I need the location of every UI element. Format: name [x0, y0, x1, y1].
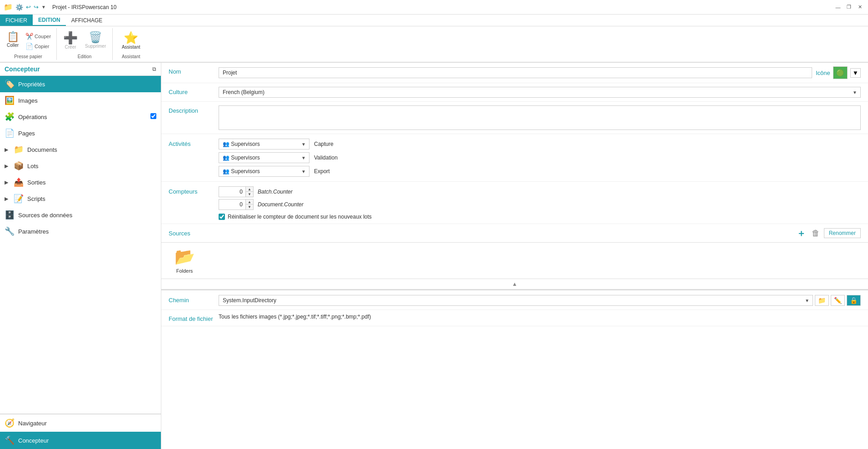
document-counter-input[interactable] — [219, 199, 246, 210]
sidebar-item-lots[interactable]: ▶ 📦 Lots — [0, 158, 161, 174]
create-icon: ➕ — [63, 32, 78, 44]
title-bar-controls: — ❐ ✕ — [833, 3, 864, 12]
main-content-wrapper: Nom Icône 🟢 ▼ Culture — [161, 63, 868, 449]
culture-select[interactable]: French (Belgium) French (France) English… — [219, 87, 861, 98]
sources-rename-button[interactable]: Renommer — [824, 228, 861, 238]
scripts-chevron: ▶ — [5, 196, 10, 202]
counter-input-wrapper-document: ▲ ▼ — [219, 199, 255, 210]
description-label: Description — [169, 105, 219, 114]
sidebar-bottom: 🧭 Navigateur 🔨 Concepteur — [0, 414, 161, 449]
sidebar-collapse-button[interactable]: ⧉ — [152, 66, 156, 72]
ribbon-assistant-content: ⭐ Assistant — [119, 28, 143, 53]
format-value: Tous les fichiers images (*.jpg;*.jpeg;*… — [219, 314, 371, 320]
document-counter-spinners: ▲ ▼ — [246, 199, 254, 210]
close-button[interactable]: ✕ — [855, 3, 864, 12]
sources-actions: ＋ 🗑 Renommer — [795, 228, 861, 239]
redo-icon[interactable]: ↪ — [34, 4, 39, 10]
activity-select-capture[interactable]: 👥 Supervisors 👷 Operators — [219, 139, 309, 150]
couper-button[interactable]: ✂️ Couper — [24, 32, 53, 41]
sidebar-item-documents[interactable]: ▶ 📁 Documents — [0, 141, 161, 158]
up-arrow-icon: ▲ — [512, 281, 518, 287]
sources-delete-button[interactable]: 🗑 — [809, 228, 822, 239]
icone-label: Icône — [816, 70, 830, 76]
icone-dropdown-button[interactable]: ▼ — [850, 68, 861, 78]
operations-checkbox[interactable] — [150, 113, 156, 120]
assistant-group-label: Assistant — [122, 53, 140, 60]
counter-row-batch: ▲ ▼ Batch.Counter — [219, 186, 861, 197]
form-row-compteurs: Compteurs ▲ ▼ Batch.Cou — [161, 182, 868, 224]
sources-header: Sources ＋ 🗑 Renommer — [161, 224, 868, 243]
nom-control-area: Icône 🟢 ▼ — [219, 66, 861, 79]
supprimer-button[interactable]: 🗑️ Supprimer — [82, 30, 109, 50]
documents-icon: 📁 — [14, 145, 24, 155]
icone-button[interactable]: 🟢 — [833, 66, 848, 79]
sources-donnees-icon: 🗄️ — [5, 210, 15, 220]
copier-label: Copier — [35, 44, 49, 49]
title-bar-left: 📁 ⚙️ ↩ ↪ ▼ Projet - IRISPowerscan 10 — [4, 3, 116, 11]
sidebar-item-images[interactable]: 🖼️ Images — [0, 92, 161, 109]
proprietes-label: Propriétés — [18, 81, 45, 88]
sidebar-item-operations[interactable]: 🧩 Opérations — [0, 109, 161, 125]
sources-add-button[interactable]: ＋ — [795, 228, 808, 239]
compteurs-label: Compteurs — [169, 186, 219, 195]
activity-row-validation: 👥 Supervisors 👷 Operators Validation — [219, 152, 861, 163]
menu-affichage[interactable]: AFFICHAGE — [66, 15, 108, 26]
document-counter-up[interactable]: ▲ — [246, 200, 253, 205]
ribbon-edition-content: ➕ Créer 🗑️ Supprimer — [60, 28, 109, 53]
sidebar-item-sorties[interactable]: ▶ 📤 Sorties — [0, 174, 161, 190]
activity-select-validation[interactable]: 👥 Supervisors 👷 Operators — [219, 152, 309, 163]
coller-button[interactable]: 📋 Coller — [4, 30, 22, 50]
sidebar-bottom-navigateur[interactable]: 🧭 Navigateur — [0, 414, 161, 432]
sidebar-item-pages[interactable]: 📄 Pages — [0, 125, 161, 141]
nom-label: Nom — [169, 66, 219, 75]
creer-button[interactable]: ➕ Créer — [60, 30, 80, 51]
navigateur-icon: 🧭 — [5, 418, 15, 428]
edition-group-label: Edition — [78, 53, 92, 60]
assistant-button[interactable]: ⭐ Assistant — [119, 30, 143, 51]
batch-counter-down[interactable]: ▼ — [246, 192, 253, 197]
undo-icon[interactable]: ↩ — [26, 4, 31, 10]
chemin-edit-button[interactable]: ✏️ — [831, 295, 845, 306]
description-textarea[interactable] — [219, 105, 861, 130]
sidebar-item-scripts[interactable]: ▶ 📝 Scripts — [0, 190, 161, 207]
activity-select-wrapper-capture: 👥 Supervisors 👷 Operators — [219, 139, 309, 150]
description-control-area — [219, 105, 861, 130]
sidebar-item-sources-donnees[interactable]: 🗄️ Sources de données — [0, 207, 161, 223]
counter-input-wrapper-batch: ▲ ▼ — [219, 186, 255, 197]
reinit-checkbox[interactable] — [219, 214, 225, 220]
sidebar-item-parametres[interactable]: 🔧 Paramètres — [0, 223, 161, 239]
document-counter-down[interactable]: ▼ — [246, 205, 253, 210]
title-text: Projet - IRISPowerscan 10 — [52, 4, 116, 10]
sources-content: 📂 Folders — [161, 243, 868, 279]
activites-label: Activités — [169, 139, 219, 147]
chemin-lock-button[interactable]: 🔒 — [847, 295, 861, 306]
chemin-folder-button[interactable]: 📁 — [815, 295, 829, 306]
maximize-button[interactable]: ❐ — [844, 3, 853, 12]
chemin-select-wrapper: System.InputDirectory — [219, 295, 813, 306]
menu-fichier[interactable]: FICHIER — [0, 15, 33, 26]
form-row-nom: Nom Icône 🟢 ▼ — [161, 63, 868, 83]
minimize-button[interactable]: — — [833, 3, 843, 12]
sidebar-bottom-concepteur[interactable]: 🔨 Concepteur — [0, 432, 161, 449]
activity-select-export[interactable]: 👥 Supervisors 👷 Operators — [219, 166, 309, 177]
source-item-folders[interactable]: 📂 Folders — [169, 247, 200, 274]
form-row-culture: Culture French (Belgium) French (France)… — [161, 83, 868, 102]
copier-button[interactable]: 📄 Copier — [24, 42, 53, 51]
compteurs-control-area: ▲ ▼ Batch.Counter ▲ — [219, 186, 861, 220]
expand-arrow[interactable]: ▲ — [161, 279, 868, 289]
concepteur-label: Concepteur — [18, 437, 49, 444]
presse-papier-label: Presse papier — [14, 53, 42, 60]
dropdown-arrow[interactable]: ▼ — [41, 5, 46, 10]
ribbon-presse-papier-content: 📋 Coller ✂️ Couper 📄 Copier — [4, 28, 53, 53]
chemin-select[interactable]: System.InputDirectory — [219, 295, 813, 306]
pages-icon: 📄 — [5, 128, 15, 138]
menu-edition[interactable]: EDITION — [33, 15, 66, 26]
copy-icon: 📄 — [25, 43, 33, 50]
nom-input[interactable] — [219, 67, 812, 78]
activity-row-export: 👥 Supervisors 👷 Operators Export — [219, 166, 861, 177]
batch-counter-up[interactable]: ▲ — [246, 187, 253, 192]
batch-counter-input[interactable] — [219, 186, 246, 197]
ribbon-group-assistant: ⭐ Assistant Assistant — [113, 28, 149, 60]
sidebar-item-proprietes[interactable]: 🏷️ Propriétés — [0, 76, 161, 92]
nom-input-wrapper — [219, 67, 812, 78]
